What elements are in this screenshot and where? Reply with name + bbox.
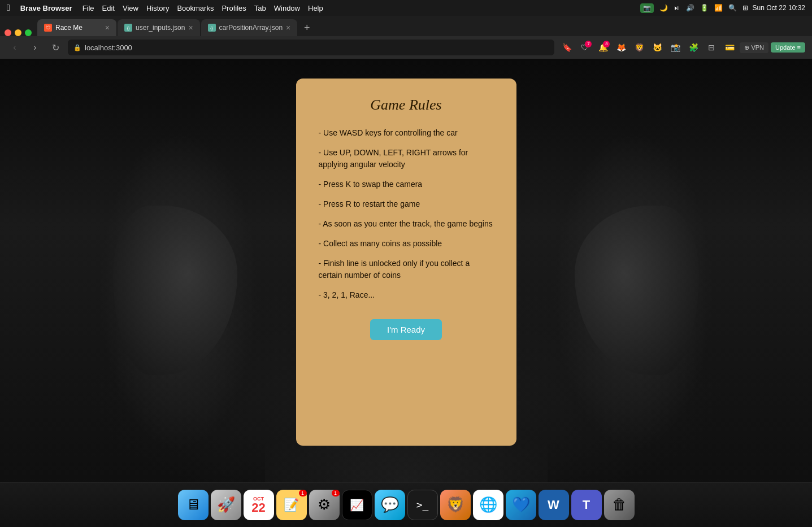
rule-6: - Collect as many coins as possible <box>319 238 494 250</box>
new-tab-button[interactable]: + <box>298 19 315 36</box>
menu-window[interactable]: Window <box>274 4 300 12</box>
ready-button[interactable]: I'm Ready <box>370 319 442 340</box>
dock-messages[interactable]: 💬 <box>375 490 405 520</box>
notes-badge: 1 <box>299 490 307 496</box>
notification-icon[interactable]: 🔔 8 <box>595 40 611 55</box>
minimize-button[interactable] <box>15 29 21 36</box>
settings-badge: 1 <box>332 490 340 496</box>
game-rules-modal: Game Rules - Use WASD keys for controlli… <box>296 79 516 446</box>
extension4-icon[interactable]: 📸 <box>667 40 683 55</box>
rule-4: - Press R to restart the game <box>319 198 494 210</box>
menu-view[interactable]: View <box>123 4 138 12</box>
forward-button[interactable]: › <box>27 40 43 55</box>
dock-chrome[interactable]: 🌐 <box>473 490 503 520</box>
bookmark-icon[interactable]: 🔖 <box>559 40 575 55</box>
tab-close-race-me[interactable]: × <box>105 24 110 32</box>
back-button[interactable]: ‹ <box>7 40 23 55</box>
search-icon[interactable]: 🔍 <box>728 4 737 12</box>
moon-icon: 🌙 <box>659 4 668 12</box>
control-center-icon[interactable]: ⊞ <box>742 4 748 12</box>
tab-label-car-position: carPositionArray.json <box>219 24 283 32</box>
dock-launchpad[interactable]: 🚀 <box>211 490 241 520</box>
dock-trash[interactable]: 🗑 <box>604 490 635 520</box>
extension1-icon[interactable]: 🦊 <box>613 40 629 55</box>
dock-brave[interactable]: 🦁 <box>440 490 471 520</box>
menu-tab[interactable]: Tab <box>254 4 266 12</box>
reload-button[interactable]: ↻ <box>47 40 63 55</box>
rule-3: - Press K to swap the camera <box>319 178 494 190</box>
tab-favicon-race-me: 🛡 <box>44 24 52 32</box>
update-button[interactable]: Update ≡ <box>771 42 805 53</box>
word-icon: W <box>548 498 559 512</box>
vscode-icon: 💙 <box>512 496 530 513</box>
calendar-inner: OCT 22 <box>251 496 265 514</box>
maximize-button[interactable] <box>25 29 32 36</box>
close-button[interactable] <box>5 29 11 36</box>
dock-teams[interactable]: T <box>571 490 602 520</box>
rule-1: - Use WASD keys for controlling the car <box>319 127 494 139</box>
dock-vscode[interactable]: 💙 <box>506 490 536 520</box>
rules-list: - Use WASD keys for controlling the car … <box>319 127 494 301</box>
puzzle-icon[interactable]: 🧩 <box>685 40 701 55</box>
dock: 🖥 🚀 OCT 22 📝 1 ⚙ 1 📈 💬 >_ 🦁 🌐 💙 W <box>0 482 812 527</box>
vpn-button[interactable]: ⊕ VPN <box>740 42 768 53</box>
menu-help[interactable]: Help <box>308 4 323 12</box>
wifi-icon: 📶 <box>714 4 723 12</box>
messages-icon: 💬 <box>381 496 399 513</box>
menu-bookmarks[interactable]: Bookmarks <box>177 4 214 12</box>
tab-user-inputs[interactable]: {} user_inputs.json × <box>118 19 200 36</box>
menu-edit[interactable]: Edit <box>102 4 115 12</box>
rule-2: - Use UP, DOWN, LEFT, RIGHT arrows for a… <box>319 147 494 171</box>
nav-bar: ‹ › ↻ 🔒 localhost:3000 🔖 🛡 7 🔔 8 🦊 🦁 🐱 📸… <box>0 36 812 59</box>
modal-title: Game Rules <box>319 97 494 114</box>
app-name: Brave Browser <box>20 4 72 12</box>
wallet-icon[interactable]: 💳 <box>722 40 737 55</box>
rule-5: - As soon as you enter the track, the ga… <box>319 218 494 230</box>
notification-badge: 8 <box>603 41 610 47</box>
dock-settings[interactable]: ⚙ 1 <box>309 490 340 520</box>
brave-icon: 🦁 <box>446 496 464 513</box>
tab-close-user-inputs[interactable]: × <box>188 24 193 32</box>
dock-notes[interactable]: 📝 1 <box>276 490 307 520</box>
menu-profiles[interactable]: Profiles <box>222 4 246 12</box>
tab-car-position[interactable]: {} carPositionArray.json × <box>201 19 298 36</box>
address-bar[interactable]: 🔒 localhost:3000 <box>68 40 554 55</box>
menubar-right: 📷 🌙 ⏯ 🔊 🔋 📶 🔍 ⊞ Sun Oct 22 10:32 <box>640 3 805 13</box>
activity-icon: 📈 <box>350 498 364 512</box>
trash-icon: 🗑 <box>612 496 627 513</box>
nav-right-icons: 🔖 🛡 7 🔔 8 🦊 🦁 🐱 📸 🧩 ⊟ 💳 ⊕ VPN Update ≡ <box>559 40 805 55</box>
shield-badge: 7 <box>585 41 592 47</box>
apple-menu[interactable]:  <box>7 3 10 13</box>
dock-word[interactable]: W <box>539 490 569 520</box>
security-icon: 🔒 <box>73 44 81 51</box>
traffic-lights <box>5 29 32 36</box>
settings-icon: ⚙ <box>318 496 331 513</box>
tab-bar: 🛡 Race Me × {} user_inputs.json × {} car… <box>0 16 812 36</box>
play-icon: ⏯ <box>674 4 680 12</box>
teams-icon: T <box>583 498 590 512</box>
tab-label-race-me: Race Me <box>55 24 82 32</box>
menubar-icons: 📷 🌙 ⏯ 🔊 🔋 📶 🔍 ⊞ <box>640 3 748 13</box>
notes-icon: 📝 <box>284 498 299 512</box>
tab-favicon-user-inputs: {} <box>124 24 132 32</box>
calendar-date-text: 22 <box>251 502 265 514</box>
sidebar-icon[interactable]: ⊟ <box>704 40 719 55</box>
tab-label-user-inputs: user_inputs.json <box>136 24 185 32</box>
rule-8: - 3, 2, 1, Race... <box>319 289 494 301</box>
extension3-icon[interactable]: 🐱 <box>649 40 665 55</box>
terminal-icon: >_ <box>416 499 429 511</box>
menubar-time: Sun Oct 22 10:32 <box>753 4 805 12</box>
dock-activity-monitor[interactable]: 📈 <box>342 490 372 520</box>
battery-icon: 🔋 <box>700 4 709 12</box>
dock-calendar[interactable]: OCT 22 <box>244 490 274 520</box>
launchpad-icon: 🚀 <box>217 496 235 513</box>
menu-file[interactable]: File <box>82 4 94 12</box>
tab-close-car-position[interactable]: × <box>286 24 290 32</box>
volume-icon: 🔊 <box>686 4 694 12</box>
dock-finder[interactable]: 🖥 <box>178 490 209 520</box>
tab-race-me[interactable]: 🛡 Race Me × <box>37 19 116 36</box>
shield-icon[interactable]: 🛡 7 <box>577 40 593 55</box>
menu-history[interactable]: History <box>146 4 169 12</box>
dock-terminal[interactable]: >_ <box>407 490 438 520</box>
extension2-icon[interactable]: 🦁 <box>631 40 647 55</box>
